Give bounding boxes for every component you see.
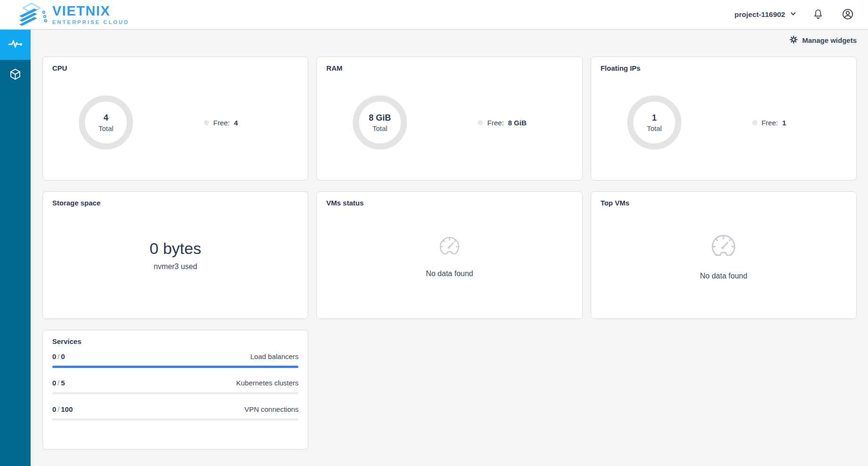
floating-ips-free-label: Free: [762,119,778,127]
service-total: 0 [61,352,65,360]
top-vms-empty-text: No data found [700,272,747,280]
floating-ips-free-value: 1 [782,119,786,127]
bell-icon [812,8,824,21]
service-label: Kubernetes clusters [236,379,299,387]
widget-top-vms: Top VMs No data found [591,191,857,319]
cpu-donut-chart: 4 Total [79,95,133,150]
cpu-stat-body: 4 Total Free: 4 [52,72,298,173]
service-separator: / [56,379,61,387]
floating-ips-total-label: Total [647,124,662,132]
sidebar [0,30,31,466]
account-icon [842,8,854,22]
service-label: Load balancers [250,352,299,360]
floating-ips-total-value: 1 [652,113,657,123]
brand-logo-text: VIETNIX ENTERPRISE CLOUD [52,4,129,25]
ram-stat-body: 8 GiB Total Free: 8 GiB [326,72,572,173]
service-progress-bar [52,418,298,421]
widget-ram: RAM 8 GiB Total Free: 8 GiB [316,57,582,180]
account-button[interactable] [840,6,856,24]
ram-legend: Free: 8 GiB [478,119,526,127]
gauge-icon [710,233,737,262]
service-usage: 0/5 [52,379,65,387]
project-selector[interactable]: project-116902 [734,10,796,19]
service-row-load-balancers: 0/0 Load balancers [52,352,298,368]
dashboard-toolbar: Manage widgets [42,35,857,45]
top-vms-empty-state: No data found [601,202,847,311]
storage-value: 0 bytes [150,239,201,258]
legend-dot-icon [204,120,209,125]
storage-body: 0 bytes nvmer3 used [52,198,298,311]
services-rows: 0/0 Load balancers 0/5 Kubernetes cluste… [52,352,298,432]
widget-services: Services 0/0 Load balancers [42,330,308,450]
ram-free-value: 8 GiB [508,119,526,127]
brand-stack-icon [15,0,49,29]
ram-total-value: 8 GiB [369,113,391,123]
service-progress-bar [52,392,298,394]
legend-dot-icon [478,120,483,125]
vms-status-empty-text: No data found [426,270,474,278]
gear-icon [789,35,798,45]
gauge-icon [438,236,461,260]
service-progress-fill [52,366,298,368]
brand-tagline: ENTERPRISE CLOUD [52,19,129,25]
service-row-kubernetes-clusters: 0/5 Kubernetes clusters [52,379,298,394]
notifications-button[interactable] [811,7,826,23]
brand-logo: VIETNIX ENTERPRISE CLOUD [15,0,129,29]
ram-free-label: Free: [487,119,504,127]
service-separator: / [56,352,61,360]
cpu-free-value: 4 [234,119,238,127]
vms-status-empty-state: No data found [326,202,572,311]
widget-title: Floating IPs [601,64,847,72]
cpu-legend: Free: 4 [204,119,238,127]
service-usage: 0/0 [52,352,65,360]
storage-caption: nvmer3 used [153,262,197,271]
widgets-grid: CPU 4 Total Free: 4 RAM 8 GiB [42,57,857,450]
activity-pulse-icon [8,38,23,51]
chevron-down-icon [790,10,796,19]
top-bar: VIETNIX ENTERPRISE CLOUD project-116902 [0,0,868,30]
top-bar-actions: project-116902 [734,6,856,24]
service-usage: 0/100 [52,405,73,413]
widget-cpu: CPU 4 Total Free: 4 [42,57,308,180]
service-total: 5 [61,379,65,387]
widget-title: RAM [326,64,572,72]
project-selector-label: project-116902 [734,10,785,19]
brand-name: VIETNIX [52,4,129,18]
sidebar-item-dashboard[interactable] [0,30,31,60]
sidebar-item-compute[interactable] [0,60,31,90]
manage-widgets-label: Manage widgets [802,36,857,44]
service-separator: / [56,405,61,413]
service-row-vpn-connections: 0/100 VPN connections [52,405,298,421]
manage-widgets-button[interactable]: Manage widgets [789,35,857,45]
widget-vms-status: VMs status No data found [316,191,582,319]
ram-total-label: Total [372,124,387,132]
service-label: VPN connections [244,405,298,413]
floating-ips-donut-chart: 1 Total [627,95,682,150]
cpu-free-label: Free: [213,119,230,127]
service-total: 100 [61,405,73,413]
legend-dot-icon [752,120,757,125]
floating-ips-stat-body: 1 Total Free: 1 [601,72,847,173]
widget-floating-ips: Floating IPs 1 Total Free: 1 [591,57,857,180]
cpu-total-value: 4 [104,113,108,123]
cube-icon [9,68,22,82]
widget-title: CPU [52,64,298,72]
ram-donut-chart: 8 GiB Total [353,95,407,150]
widget-storage-space: Storage space 0 bytes nvmer3 used [42,191,308,319]
cpu-total-label: Total [98,124,113,132]
service-progress-bar [52,366,298,368]
dashboard-content: Manage widgets CPU 4 Total Free: 4 RA [31,30,868,461]
widget-title: Services [52,337,298,345]
floating-ips-legend: Free: 1 [752,119,786,127]
